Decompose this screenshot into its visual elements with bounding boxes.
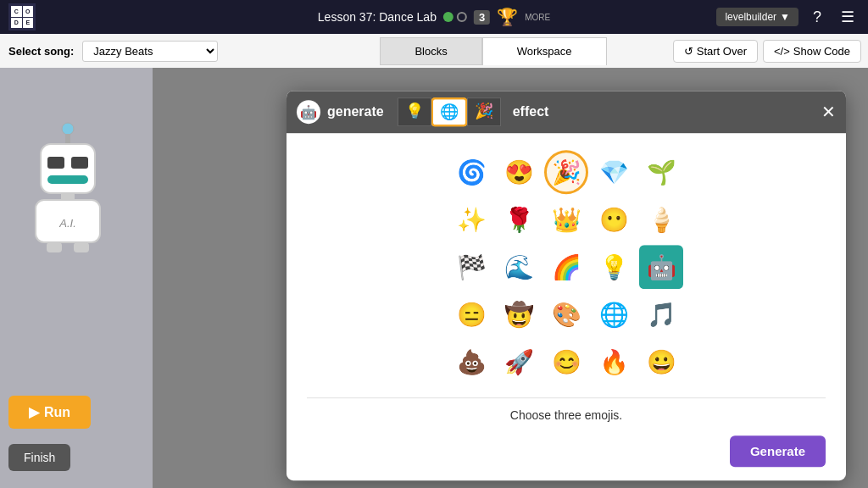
svg-rect-9 <box>47 242 62 252</box>
start-over-button[interactable]: ↺ Start Over <box>673 40 758 63</box>
run-button[interactable]: ▶ Run <box>8 396 91 429</box>
modal-robot-icon: 🤖 <box>297 100 320 124</box>
lesson-title-area: Lesson 37: Dance Lab 3 🏆 MORE <box>318 7 550 27</box>
emoji-cell[interactable]: 🌐 <box>592 292 636 336</box>
finish-button[interactable]: Finish <box>8 444 70 471</box>
svg-rect-4 <box>71 157 88 169</box>
code-icon: </> <box>774 45 790 58</box>
emoji-tab-2[interactable]: 🎉 <box>467 97 501 126</box>
emoji-cell[interactable]: 🌀 <box>449 150 493 194</box>
emoji-cell[interactable]: 😊 <box>544 340 588 384</box>
toolbar-right: ↺ Start Over </> Show Code <box>673 40 868 63</box>
emoji-cell[interactable]: 🚀 <box>497 340 541 384</box>
finish-label: Finish <box>24 451 55 464</box>
modal-header: 🤖 generate 💡 🌐 🎉 effect ✕ <box>287 91 846 133</box>
workspace-area: 🤖 generate 💡 🌐 🎉 effect ✕ <box>153 68 868 488</box>
logo-c: C <box>11 6 22 17</box>
top-bar-right: levelbuilder ▼ ? ☰ <box>716 5 860 29</box>
play-icon: ▶ <box>29 404 39 420</box>
emoji-tab-0[interactable]: 💡 <box>398 97 431 126</box>
svg-rect-1 <box>65 134 70 144</box>
show-code-label: Show Code <box>793 45 850 58</box>
logo: C O D E <box>8 3 36 30</box>
song-select[interactable]: Jazzy Beats <box>82 41 218 62</box>
hamburger-icon: ☰ <box>841 8 854 26</box>
svg-text:A.I.: A.I. <box>58 217 76 230</box>
tab-blocks[interactable]: Blocks <box>380 37 481 65</box>
emoji-cell[interactable]: 🤠 <box>497 292 541 336</box>
emoji-cell[interactable]: 😍 <box>497 150 541 194</box>
robot-illustration: A.I. <box>17 119 119 254</box>
generate-modal: 🤖 generate 💡 🌐 🎉 effect ✕ <box>287 91 846 480</box>
svg-rect-6 <box>61 193 75 200</box>
trophy-icon: 🏆 <box>497 7 518 27</box>
more-link[interactable]: MORE <box>525 13 550 22</box>
emoji-cell[interactable]: 🍦 <box>639 197 683 241</box>
menu-button[interactable]: ☰ <box>836 5 860 29</box>
levelbuilder-label: levelbuilder <box>725 11 776 23</box>
modal-body: 🌀😍🎉💎🌱✨🌹👑😶🍦🏁🌊🌈💡🤖😑🤠🎨🌐🎵💩🚀😊🔥😀 Choose three e… <box>287 133 846 480</box>
modal-divider <box>307 397 826 398</box>
undo-icon: ↺ <box>684 45 693 58</box>
modal-close-button[interactable]: ✕ <box>821 102 836 122</box>
step-badge: 3 <box>474 10 490 25</box>
logo-o: O <box>23 6 34 17</box>
svg-point-0 <box>62 123 74 135</box>
logo-box: C O D E <box>8 3 36 30</box>
robot-emoji: 🤖 <box>300 104 317 120</box>
modal-footer: Generate <box>307 435 826 467</box>
run-label: Run <box>44 405 70 420</box>
svg-rect-5 <box>47 175 88 184</box>
lesson-title: Lesson 37: Dance Lab <box>318 10 437 24</box>
svg-rect-3 <box>47 157 64 169</box>
svg-rect-10 <box>74 242 89 252</box>
select-song-label: Select song: <box>0 45 82 58</box>
emoji-cell[interactable]: 😀 <box>639 340 683 384</box>
emoji-cell[interactable]: 🏁 <box>449 245 493 289</box>
modal-emoji-tabs: 💡 🌐 🎉 <box>398 97 501 126</box>
emoji-cell[interactable]: 💩 <box>449 340 493 384</box>
tabs-area: Blocks Workspace <box>288 37 698 65</box>
top-bar: C O D E Lesson 37: Dance Lab 3 🏆 MORE le… <box>0 0 868 34</box>
effect-label: effect <box>513 104 549 119</box>
emoji-tab-1[interactable]: 🌐 <box>431 97 467 126</box>
progress-dots <box>443 12 467 22</box>
generate-title: generate <box>327 104 384 119</box>
emoji-cell[interactable]: 💡 <box>592 245 636 289</box>
main-area: A.I. ▶ Run Finish 🤖 generate <box>0 68 868 488</box>
emoji-cell[interactable]: 😑 <box>449 292 493 336</box>
help-button[interactable]: ? <box>805 5 829 29</box>
emoji-cell[interactable]: 🎉 <box>544 150 588 194</box>
second-bar: Select song: Jazzy Beats Blocks Workspac… <box>0 34 868 68</box>
tab-workspace[interactable]: Workspace <box>482 37 607 65</box>
dot-2 <box>457 12 467 22</box>
choose-text: Choose three emojis. <box>510 408 622 422</box>
emoji-cell[interactable]: 💎 <box>592 150 636 194</box>
logo-d: D <box>11 18 22 29</box>
emoji-cell[interactable]: 🔥 <box>592 340 636 384</box>
show-code-button[interactable]: </> Show Code <box>763 40 861 63</box>
emoji-cell[interactable]: 🌹 <box>497 197 541 241</box>
help-icon: ? <box>813 8 821 26</box>
emoji-cell[interactable]: ✨ <box>449 197 493 241</box>
emoji-cell[interactable]: 🌈 <box>544 245 588 289</box>
emoji-cell[interactable]: 🌱 <box>639 150 683 194</box>
chevron-down-icon: ▼ <box>780 11 790 23</box>
emoji-cell[interactable]: 🌊 <box>497 245 541 289</box>
emoji-cell[interactable]: 🤖 <box>639 245 683 289</box>
emoji-cell[interactable]: 😶 <box>592 197 636 241</box>
close-icon: ✕ <box>821 103 836 121</box>
emoji-cell[interactable]: 🎨 <box>544 292 588 336</box>
robot-area: A.I. <box>17 119 144 288</box>
logo-e: E <box>23 18 34 29</box>
emoji-grid: 🌀😍🎉💎🌱✨🌹👑😶🍦🏁🌊🌈💡🤖😑🤠🎨🌐🎵💩🚀😊🔥😀 <box>449 150 683 384</box>
emoji-cell[interactable]: 🎵 <box>639 292 683 336</box>
dot-1 <box>443 12 453 22</box>
levelbuilder-button[interactable]: levelbuilder ▼ <box>716 8 798 26</box>
left-panel: A.I. ▶ Run Finish <box>0 68 153 488</box>
generate-button[interactable]: Generate <box>730 435 826 467</box>
emoji-cell[interactable]: 👑 <box>544 197 588 241</box>
start-over-label: Start Over <box>697 45 747 58</box>
svg-rect-2 <box>41 144 95 193</box>
